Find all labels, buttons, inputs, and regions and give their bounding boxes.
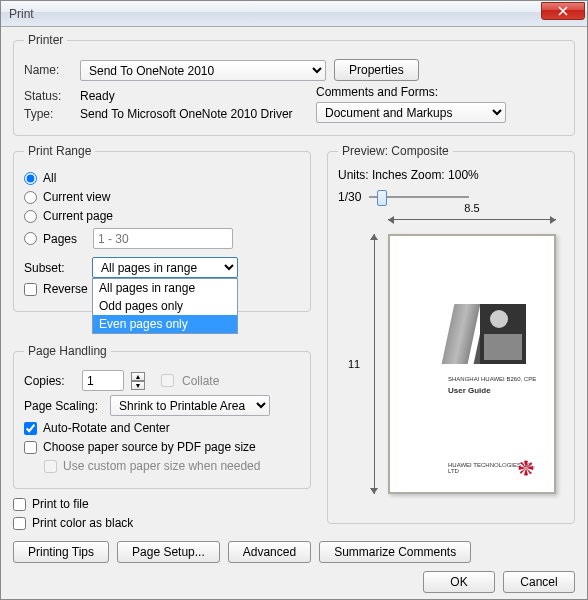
preview-legend: Preview: Composite [338,144,453,158]
collate-label: Collate [182,374,219,388]
slider-thumb[interactable] [377,190,387,206]
print-dialog: Print Printer Name: Send To OneNote 2010… [0,0,588,600]
pages-radio[interactable] [24,232,37,245]
subset-label: Subset: [24,261,84,275]
choose-paper-label[interactable]: Choose paper source by PDF page size [43,440,256,454]
preview-stage: 8.5 11 SHANGHAI HUAW [338,210,564,500]
zoom-slider[interactable] [369,196,564,198]
summarize-comments-button[interactable]: Summarize Comments [319,541,471,563]
titlebar: Print [1,1,587,27]
cancel-button[interactable]: Cancel [503,571,575,593]
choose-paper-checkbox[interactable] [24,441,37,454]
copies-label: Copies: [24,374,74,388]
print-to-file-label[interactable]: Print to file [32,497,89,511]
preview-graphic [448,304,526,364]
copies-input[interactable] [82,370,124,391]
print-range-group: Print Range All Current view Current pag… [13,144,311,312]
reverse-label[interactable]: Reverse [43,282,88,296]
all-label[interactable]: All [43,171,56,185]
print-color-black-label[interactable]: Print color as black [32,516,133,530]
dim-width: 8.5 [388,210,556,228]
close-button[interactable] [541,2,585,20]
dim-height: 11 [348,234,378,494]
auto-rotate-label[interactable]: Auto-Rotate and Center [43,421,170,435]
status-value: Ready [80,89,115,103]
subset-option-all[interactable]: All pages in range [93,279,237,297]
comments-label: Comments and Forms: [316,85,564,99]
type-label: Type: [24,107,72,121]
page-count: 1/30 [338,190,361,204]
use-custom-checkbox [44,460,57,473]
subset-option-even[interactable]: Even pages only [93,315,237,333]
subset-dropdown: All pages in range Odd pages only Even p… [92,278,238,334]
use-custom-label: Use custom paper size when needed [63,459,260,473]
printer-group: Printer Name: Send To OneNote 2010 Prope… [13,33,575,136]
type-value: Send To Microsoft OneNote 2010 Driver [80,107,293,121]
width-value: 8.5 [464,202,479,214]
printer-name-select[interactable]: Send To OneNote 2010 [80,60,326,81]
properties-button[interactable]: Properties [334,59,419,81]
auto-rotate-checkbox[interactable] [24,422,37,435]
page-setup-button[interactable]: Page Setup... [117,541,220,563]
page-handling-group: Page Handling Copies: ▲▼ Collate Page Sc… [13,344,311,489]
copies-spinner[interactable]: ▲▼ [131,372,145,390]
close-icon [558,6,568,16]
print-to-file-checkbox[interactable] [13,498,26,511]
subset-option-odd[interactable]: Odd pages only [93,297,237,315]
preview-units: Units: Inches Zoom: 100% [338,168,564,182]
chevron-down-icon[interactable]: ▼ [131,381,145,390]
collate-checkbox [161,374,174,387]
preview-group: Preview: Composite Units: Inches Zoom: 1… [327,144,575,524]
comments-select[interactable]: Document and Markups [316,102,506,123]
current-view-label[interactable]: Current view [43,190,110,204]
current-page-radio[interactable] [24,210,37,223]
printing-tips-button[interactable]: Printing Tips [13,541,109,563]
printer-legend: Printer [24,33,67,47]
scaling-select[interactable]: Shrink to Printable Area [110,395,270,416]
doc-title: SHANGHAI HUAWEI B260, CPE [448,376,536,382]
page-handling-legend: Page Handling [24,344,111,358]
pages-input[interactable] [93,228,233,249]
status-label: Status: [24,89,72,103]
all-radio[interactable] [24,172,37,185]
ok-button[interactable]: OK [423,571,495,593]
chevron-up-icon[interactable]: ▲ [131,372,145,381]
subset-select[interactable]: All pages in range [92,257,238,278]
window-title: Print [9,7,541,21]
current-view-radio[interactable] [24,191,37,204]
name-label: Name: [24,63,72,77]
scaling-label: Page Scaling: [24,399,102,413]
reverse-checkbox[interactable] [24,283,37,296]
print-range-legend: Print Range [24,144,95,158]
advanced-button[interactable]: Advanced [228,541,311,563]
doc-subtitle: User Guide [448,386,491,395]
print-color-black-checkbox[interactable] [13,517,26,530]
preview-page: SHANGHAI HUAWEI B260, CPE User Guide HUA… [388,234,556,494]
current-page-label[interactable]: Current page [43,209,113,223]
pages-label[interactable]: Pages [43,232,77,246]
huawei-logo-icon [518,460,534,476]
height-value: 11 [348,358,360,370]
